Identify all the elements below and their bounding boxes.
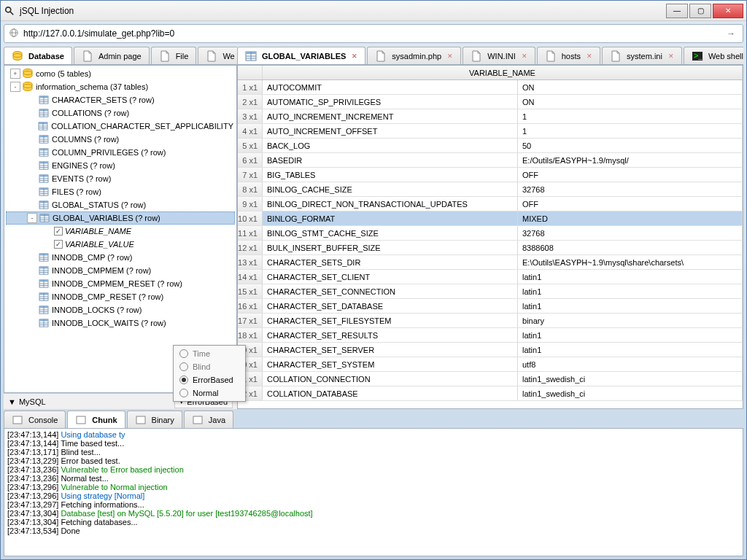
tab-win-ini[interactable]: WIN.INI✕ — [462, 47, 535, 64]
tree-node[interactable]: INNODB_LOCK_WAITS (? row) — [6, 316, 235, 330]
close-tab-icon[interactable]: ✕ — [587, 52, 592, 60]
tree-label: information_schema (37 tables) — [36, 82, 148, 91]
maximize-button[interactable]: ▢ — [689, 4, 711, 18]
table-row[interactable]: 1 x1AUTOCOMMITON — [238, 80, 743, 95]
strategy-option-normal[interactable]: Normal — [175, 386, 244, 400]
cell-value: OFF — [518, 168, 743, 182]
checkbox[interactable]: ✓ — [54, 240, 63, 249]
tree-node[interactable]: COLLATION_CHARACTER_SET_APPLICABILITY — [6, 120, 235, 133]
tree-node[interactable]: INNODB_CMPMEM_RESET (? row) — [6, 277, 235, 290]
close-tab-icon[interactable]: ✕ — [522, 52, 527, 60]
table-icon — [38, 147, 50, 158]
cell-value: 50 — [518, 139, 743, 152]
table-row[interactable]: 21 x1COLLATION_CONNECTIONlatin1_swedish_… — [238, 372, 743, 386]
table-row[interactable]: 18 x1CHARACTER_SET_RESULTSlatin1 — [238, 328, 743, 343]
table-row[interactable]: 10 x1BINLOG_FORMATMIXED — [238, 211, 743, 226]
cell-value: MIXED — [518, 211, 743, 225]
tab-chunk[interactable]: Chunk — [67, 411, 125, 428]
tab-sysadmin-php[interactable]: sysadmin.php✕ — [367, 47, 461, 64]
tree-toggle[interactable]: - — [10, 82, 20, 92]
tab-hosts[interactable]: hosts✕ — [537, 47, 600, 64]
go-button[interactable]: → — [724, 28, 738, 39]
tree-node[interactable]: -GLOBAL_VARIABLES (? row) — [6, 211, 235, 225]
tree-node[interactable]: INNODB_CMP_RESET (? row) — [6, 290, 235, 303]
cell-name: CHARACTER_SET_DATABASE — [263, 299, 518, 313]
table-row[interactable]: 4 x1AUTO_INCREMENT_OFFSET1 — [238, 124, 743, 139]
tab-global-variables[interactable]: GLOBAL_VARIABLES✕ — [237, 47, 365, 64]
table-row[interactable]: 14 x1CHARACTER_SET_CLIENTlatin1 — [238, 270, 743, 284]
table-row[interactable]: 20 x1CHARACTER_SET_SYSTEMutf8 — [238, 357, 743, 372]
tab-binary[interactable]: Binary — [127, 411, 182, 428]
tree-node[interactable]: COLUMN_PRIVILEGES (? row) — [6, 146, 235, 159]
checkbox[interactable]: ✓ — [54, 227, 63, 236]
table-row[interactable]: 8 x1BINLOG_CACHE_SIZE32768 — [238, 182, 743, 197]
tab-file[interactable]: File — [151, 47, 197, 64]
tree-node[interactable]: FILES (? row) — [6, 185, 235, 198]
tab-web-shell[interactable]: >_Web shell✕ — [684, 47, 743, 64]
tab-console[interactable]: Console — [4, 411, 66, 428]
cell-value: E:\Outils\EASYPH~1.9\mysql\share\charset… — [518, 255, 743, 269]
table-row[interactable]: 13 x1CHARACTER_SETS_DIRE:\Outils\EASYPH~… — [238, 255, 743, 270]
console-output[interactable]: [23:47:13,144] Using database ty[23:47:1… — [4, 428, 743, 556]
tree-node[interactable]: EVENTS (? row) — [6, 172, 235, 185]
table-row[interactable]: 9 x1BINLOG_DIRECT_NON_TRANSACTIONAL_UPDA… — [238, 197, 743, 211]
tab-system-ini[interactable]: system.ini✕ — [602, 47, 682, 64]
table-row[interactable]: 16 x1CHARACTER_SET_DATABASElatin1 — [238, 299, 743, 314]
tree-node[interactable]: +como (5 tables) — [6, 67, 235, 80]
cell-name: BINLOG_CACHE_SIZE — [263, 182, 518, 196]
tree-node[interactable]: -information_schema (37 tables) — [6, 80, 235, 93]
tree-node[interactable]: ✓VARIABLE_NAME — [6, 225, 235, 238]
table-row[interactable]: 3 x1AUTO_INCREMENT_INCREMENT1 — [238, 109, 743, 124]
tree-node[interactable]: GLOBAL_STATUS (? row) — [6, 198, 235, 211]
tab-database[interactable]: Database — [4, 47, 72, 64]
close-tab-icon[interactable]: ✕ — [668, 52, 674, 60]
log-line: [23:47:13,144] Time based test... — [7, 439, 740, 448]
tree-node[interactable]: INNODB_CMPMEM (? row) — [6, 264, 235, 277]
tree-toggle[interactable]: + — [10, 69, 20, 79]
grid-body[interactable]: 1 x1AUTOCOMMITON2 x1AUTOMATIC_SP_PRIVILE… — [238, 80, 743, 408]
cell-name: COLLATION_DATABASE — [263, 386, 518, 400]
tab-admin-page[interactable]: Admin page — [74, 47, 150, 64]
database-tree[interactable]: +como (5 tables)-information_schema (37 … — [4, 65, 237, 393]
table-row[interactable]: 22 x1COLLATION_DATABASElatin1_swedish_ci — [238, 386, 743, 401]
tab-java[interactable]: Java — [184, 411, 233, 428]
cell-name: CHARACTER_SET_FILESYSTEM — [263, 314, 518, 327]
tree-label: INNODB_CMPMEM (? row) — [52, 266, 151, 275]
table-row[interactable]: 2 x1AUTOMATIC_SP_PRIVILEGESON — [238, 95, 743, 109]
database-icon — [22, 69, 34, 79]
close-button[interactable]: ✕ — [713, 4, 743, 18]
tree-node[interactable]: INNODB_LOCKS (? row) — [6, 303, 235, 316]
table-row[interactable]: 6 x1BASEDIRE:/Outils/EASYPH~1.9/mysql/ — [238, 153, 743, 168]
tree-toggle[interactable]: - — [27, 213, 37, 223]
tree-node[interactable]: INNODB_CMP (? row) — [6, 251, 235, 264]
table-row[interactable]: 19 x1CHARACTER_SET_SERVERlatin1 — [238, 343, 743, 357]
close-tab-icon[interactable]: ✕ — [447, 52, 453, 60]
cell-value: 32768 — [518, 182, 743, 196]
tab-we[interactable]: We — [198, 47, 237, 64]
cell-name: BINLOG_STMT_CACHE_SIZE — [263, 226, 518, 240]
table-row[interactable]: 7 x1BIG_TABLESOFF — [238, 168, 743, 182]
url-input[interactable] — [23, 28, 724, 39]
table-row[interactable]: 11 x1BINLOG_STMT_CACHE_SIZE32768 — [238, 226, 743, 241]
row-index: 16 x1 — [238, 299, 263, 313]
titlebar[interactable]: jSQL Injection — ▢ ✕ — [1, 1, 746, 21]
table-row[interactable]: 12 x1BULK_INSERT_BUFFER_SIZE8388608 — [238, 241, 743, 255]
strategy-option-errorbased[interactable]: ErrorBased — [175, 373, 244, 386]
table-row[interactable]: 17 x1CHARACTER_SET_FILESYSTEMbinary — [238, 314, 743, 328]
grid-header-idx[interactable] — [238, 66, 263, 79]
grid-header-name[interactable]: VARIABLE_NAME — [263, 66, 743, 79]
tree-node[interactable]: CHARACTER_SETS (? row) — [6, 93, 235, 106]
tree-node[interactable]: ✓VARIABLE_VALUE — [6, 238, 235, 251]
table-row[interactable]: 5 x1BACK_LOG50 — [238, 139, 743, 153]
tree-node[interactable]: COLLATIONS (? row) — [6, 106, 235, 120]
app-window: jSQL Injection — ▢ ✕ → DatabaseAdmin pag… — [0, 0, 747, 560]
cell-value: E:/Outils/EASYPH~1.9/mysql/ — [518, 153, 743, 167]
table-icon — [38, 252, 50, 262]
minimize-button[interactable]: — — [666, 4, 688, 18]
tree-node[interactable]: ENGINES (? row) — [6, 159, 235, 172]
tree-node[interactable]: COLUMNS (? row) — [6, 133, 235, 146]
cell-value: 8388608 — [518, 241, 743, 254]
tree-label: VARIABLE_NAME — [65, 227, 131, 236]
table-row[interactable]: 15 x1CHARACTER_SET_CONNECTIONlatin1 — [238, 284, 743, 299]
close-tab-icon[interactable]: ✕ — [352, 52, 357, 60]
